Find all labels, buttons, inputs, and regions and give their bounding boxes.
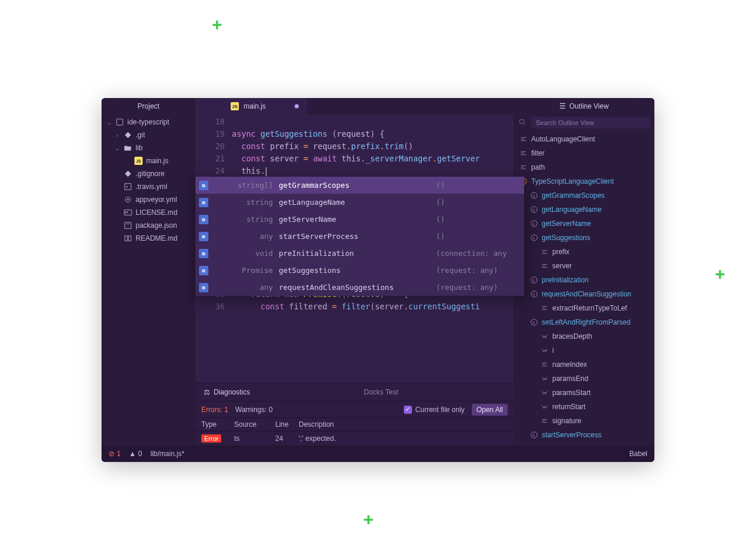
outline-row[interactable]: λstartServerProcess	[517, 428, 651, 442]
tree-item[interactable]: appveyor.yml	[102, 193, 195, 206]
outline-row[interactable]: λgetGrammarScopes	[517, 188, 651, 203]
diagnostics-header: Type Source Line Description	[195, 417, 514, 431]
file-icon	[124, 221, 132, 230]
outline-row[interactable]: path	[517, 160, 651, 174]
tree-item[interactable]: package.json	[102, 219, 195, 232]
outline-row[interactable]: returnStart	[517, 400, 651, 414]
outline-kind-icon: λ	[530, 205, 538, 214]
tree-root[interactable]: ⌄ ide-typescript	[102, 116, 195, 129]
diagnostics-label: Diagnostics	[214, 388, 250, 396]
outline-row[interactable]: signature	[517, 414, 651, 428]
status-errors[interactable]: ⊘ 1	[109, 450, 121, 458]
outline-label: i	[552, 346, 554, 355]
outline-kind-icon: λ	[530, 220, 538, 228]
project-tree[interactable]: ⌄ ide-typescript ›.git⌄libJSmain.js.giti…	[102, 114, 195, 246]
tree-item-label: main.js	[146, 157, 168, 165]
file-icon	[124, 208, 132, 217]
tree-item[interactable]: README.md	[102, 232, 195, 245]
suggest-return-type: string	[214, 198, 279, 207]
suggest-return-type: any	[214, 283, 279, 292]
diagnostics-row[interactable]: Error ts 24 ';' expected.	[195, 431, 514, 446]
status-file[interactable]: lib/main.js*	[150, 450, 184, 458]
diagnostics-tab[interactable]: ⚖ Diagnostics	[195, 388, 258, 396]
diagnostics-panel: ⚖ Diagnostics Docks Test Errors: 1 Warni…	[195, 383, 514, 446]
suggest-row[interactable]: mstring[]getGrammarScopes()	[195, 177, 524, 194]
docks-test-tab[interactable]: Docks Test	[258, 388, 406, 396]
outline-row[interactable]: bracesDepth	[517, 329, 651, 343]
col-desc: Description	[299, 420, 508, 429]
outline-row[interactable]: λgetServerName	[517, 217, 651, 231]
decor-plus-icon: +	[363, 510, 374, 529]
tree-item-label: package.json	[136, 221, 177, 230]
suggest-return-type: void	[214, 249, 279, 258]
tree-root-label: ide-typescript	[127, 118, 169, 126]
outline-row[interactable]: filter	[517, 146, 651, 160]
repo-icon	[116, 118, 124, 126]
decor-plus-icon: +	[212, 15, 222, 35]
outline-label: server	[552, 262, 572, 270]
col-source: Source	[234, 420, 275, 429]
outline-row[interactable]: server	[517, 259, 651, 273]
autocomplete-popup[interactable]: mstring[]getGrammarScopes()mstringgetLan…	[195, 177, 524, 296]
status-language[interactable]: Babel	[629, 450, 647, 458]
search-icon	[518, 118, 526, 128]
outline-kind-icon	[541, 389, 549, 397]
project-title: Project	[102, 98, 195, 114]
outline-row[interactable]: AutoLanguageClient	[517, 132, 651, 146]
outline-row[interactable]: λrequestAndCleanSuggestion	[517, 287, 651, 301]
tree-item[interactable]: ›.git	[102, 129, 195, 141]
scales-icon: ⚖	[204, 388, 210, 396]
outline-search-input[interactable]	[531, 117, 650, 129]
tree-item[interactable]: ⌄lib	[102, 141, 195, 154]
outline-row[interactable]: paramsStart	[517, 386, 651, 400]
tree-item[interactable]: LICENSE.md	[102, 206, 195, 219]
tree-item-label: .gitignore	[136, 170, 164, 178]
outline-kind-icon	[541, 375, 549, 383]
outline-row[interactable]: CTypeScriptLanguageClient	[517, 174, 651, 188]
svg-text:λ: λ	[532, 194, 535, 198]
tree-item-label: README.md	[136, 234, 177, 242]
code-editor[interactable]: 1819202124 33343536 async getSuggestions…	[195, 114, 514, 383]
outline-row[interactable]: λsetLeftAndRightFromParsed	[517, 315, 651, 329]
outline-label: paramsStart	[552, 389, 590, 397]
outline-label: path	[531, 163, 545, 171]
outline-label: requestAndCleanSuggestion	[542, 290, 632, 298]
open-all-button[interactable]: Open All	[472, 404, 508, 416]
error-badge: Error	[201, 434, 221, 443]
tree-item[interactable]: T.travis.yml	[102, 180, 195, 193]
outline-row[interactable]: paramsEnd	[517, 372, 651, 386]
outline-label: getLanguageName	[542, 205, 602, 214]
tree-item-label: appveyor.yml	[136, 195, 177, 204]
outline-row[interactable]: λpreInitialization	[517, 273, 651, 287]
tree-item[interactable]: .gitignore	[102, 167, 195, 180]
outline-row[interactable]: nameIndex	[517, 357, 651, 372]
outline-label: nameIndex	[552, 360, 587, 369]
outline-row[interactable]: i	[517, 343, 651, 357]
suggest-signature: (request: any)	[436, 266, 524, 275]
outline-kind-icon	[541, 248, 549, 256]
status-warnings[interactable]: ▲ 0	[129, 450, 143, 458]
svg-text:λ: λ	[532, 278, 535, 282]
svg-line-9	[524, 123, 526, 125]
file-icon	[124, 234, 132, 242]
suggest-row[interactable]: mstringgetLanguageName()	[195, 194, 524, 211]
suggest-row[interactable]: mvoidpreInitialization(connection: any	[195, 245, 524, 262]
tab-main-js[interactable]: JS main.js	[195, 98, 307, 114]
outline-kind-icon	[541, 346, 549, 355]
outline-row[interactable]: extractReturnTypeToLef	[517, 301, 651, 315]
file-icon	[124, 144, 132, 152]
suggest-row[interactable]: mstringgetServerName()	[195, 211, 524, 228]
tab-filename: main.js	[244, 102, 266, 110]
suggest-row[interactable]: mPromisegetSuggestions(request: any)	[195, 262, 524, 279]
suggest-row[interactable]: manystartServerProcess()	[195, 228, 524, 245]
outline-kind-icon	[541, 262, 549, 270]
outline-row[interactable]: prefix	[517, 245, 651, 259]
current-file-only-checkbox[interactable]: Current file only	[404, 406, 465, 414]
tree-item[interactable]: JSmain.js	[102, 154, 195, 167]
suggest-return-type: string	[214, 215, 279, 224]
outline-list[interactable]: AutoLanguageClientfilterpathCTypeScriptL…	[514, 131, 654, 446]
suggest-name: preInitialization	[279, 249, 436, 258]
suggest-row[interactable]: manyrequestAndCleanSuggestions(request: …	[195, 279, 524, 296]
outline-row[interactable]: λgetSuggestions	[517, 231, 651, 245]
outline-row[interactable]: λgetLanguageName	[517, 203, 651, 217]
